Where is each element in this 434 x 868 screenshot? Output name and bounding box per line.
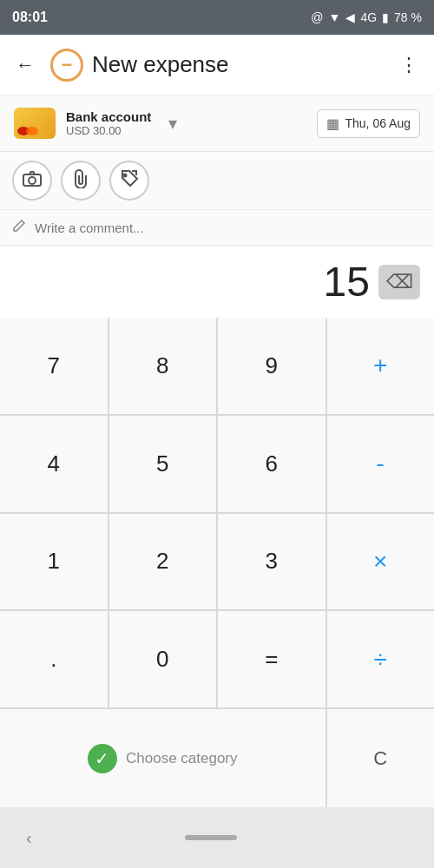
account-balance: USD 30.00 [66,124,151,137]
camera-icon [23,171,42,191]
comment-input[interactable] [35,220,422,235]
key-5[interactable]: 5 [109,416,217,512]
nav-back-chevron[interactable]: ‹ [26,828,32,848]
key-6[interactable]: 6 [218,416,326,512]
key-7[interactable]: 7 [0,318,108,414]
status-time: 08:01 [12,10,48,25]
camera-button[interactable] [12,161,52,201]
date-button[interactable]: ▦ Thu, 06 Aug [317,109,420,138]
account-left: Bank account USD 30.00 ▾ [14,108,184,139]
bottom-nav: ‹ [0,807,434,868]
account-info: Bank account USD 30.00 [66,109,151,137]
category-label: Choose category [126,750,238,767]
top-bar: ← − New expense ⋮ [0,35,434,95]
back-button[interactable]: ← [9,47,42,83]
status-icons: @ ▼ ◀ 4G ▮ 78 % [311,10,422,24]
key-2[interactable]: 2 [109,514,217,610]
expense-icon: − [50,49,83,82]
comment-section [0,210,434,246]
toolbar-icons [0,152,434,210]
calendar-icon: ▦ [326,115,339,132]
key-divide[interactable]: ÷ [327,611,435,707]
key-multiply[interactable]: × [327,514,435,610]
email-icon: @ [311,10,323,24]
tag-icon [120,169,139,193]
main-content: Bank account USD 30.00 ▾ ▦ Thu, 06 Aug 1… [0,95,434,807]
card-icon [14,108,56,139]
key-9[interactable]: 9 [218,318,326,414]
battery-percent: 78 % [394,10,422,24]
calculator-display: 15 ⌫ [0,246,434,318]
account-dropdown-arrow[interactable]: ▾ [161,113,184,134]
key-equals[interactable]: = [218,611,326,707]
key-1[interactable]: 1 [0,514,108,610]
status-bar: 08:01 @ ▼ ◀ 4G ▮ 78 % [0,0,434,35]
key-3[interactable]: 3 [218,514,326,610]
signal-icon: ◀ [345,10,355,24]
svg-point-1 [29,177,36,184]
edit-icon [12,219,26,236]
backspace-icon: ⌫ [386,271,413,293]
page-title: New expense [92,51,392,78]
more-button[interactable]: ⋮ [392,47,425,83]
tag-button[interactable] [109,161,149,201]
calculator-grid: 7 8 9 + 4 5 6 - 1 2 3 × . 0 = ÷ ✓ Choose… [0,318,434,807]
account-name: Bank account [66,109,151,124]
date-text: Thu, 06 Aug [345,116,411,130]
network-icon: 4G [360,10,377,24]
attach-button[interactable] [61,161,101,201]
key-8[interactable]: 8 [109,318,217,414]
svg-point-2 [124,174,127,176]
key-0[interactable]: 0 [109,611,217,707]
key-plus[interactable]: + [327,318,435,414]
choose-category-button[interactable]: ✓ Choose category [0,709,326,807]
key-4[interactable]: 4 [0,416,108,512]
calculator-value: 15 [324,258,370,306]
key-dot[interactable]: . [0,611,108,707]
attach-icon [73,169,89,193]
card-chip2 [26,127,38,135]
account-section: Bank account USD 30.00 ▾ ▦ Thu, 06 Aug [0,95,434,152]
key-minus[interactable]: - [327,416,435,512]
key-clear[interactable]: C [327,709,435,807]
nav-handle [185,835,237,840]
battery-icon: ▮ [382,10,389,24]
wifi-icon: ▼ [329,10,341,24]
backspace-button[interactable]: ⌫ [378,265,420,299]
category-check-icon: ✓ [88,744,117,773]
